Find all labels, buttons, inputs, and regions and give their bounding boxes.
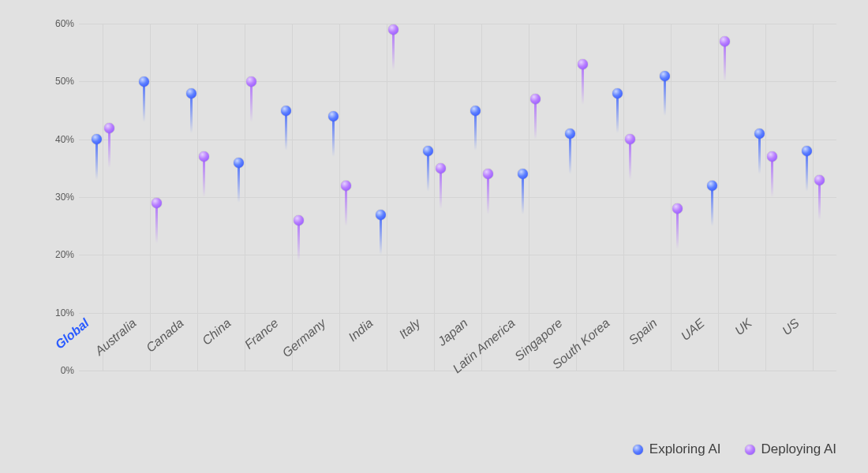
gridline-v xyxy=(197,24,198,371)
gridline-v xyxy=(292,24,293,371)
data-point xyxy=(802,146,812,156)
chart-container: 0%10%20%30%40%50%60%GlobalAustraliaCanad… xyxy=(0,0,868,473)
data-point xyxy=(625,134,635,144)
data-stem xyxy=(676,209,679,249)
data-point xyxy=(104,123,114,133)
data-point xyxy=(578,59,588,69)
data-stem xyxy=(629,140,631,180)
data-point xyxy=(767,151,777,162)
data-stem xyxy=(522,174,524,214)
data-point xyxy=(518,169,528,179)
data-stem xyxy=(616,93,619,133)
legend: Exploring AIDeploying AI xyxy=(0,441,836,457)
y-tick-label: 60% xyxy=(55,18,79,29)
data-stem xyxy=(238,162,240,203)
y-tick-label: 30% xyxy=(55,192,79,203)
data-point xyxy=(246,76,256,87)
data-point xyxy=(186,88,196,99)
data-stem xyxy=(711,185,713,225)
data-stem xyxy=(332,116,335,156)
gridline-v xyxy=(623,24,624,371)
data-stem xyxy=(427,151,429,191)
gridline-h xyxy=(79,24,836,24)
data-point xyxy=(470,106,481,116)
data-stem xyxy=(758,133,761,173)
data-point xyxy=(376,210,386,220)
gridline-h xyxy=(79,140,836,140)
y-tick-label: 50% xyxy=(55,76,79,87)
data-stem xyxy=(487,174,489,214)
data-point xyxy=(483,169,493,179)
gridline-v xyxy=(387,24,387,371)
y-tick-label: 20% xyxy=(55,249,79,260)
data-point xyxy=(234,158,244,168)
data-stem xyxy=(95,140,98,180)
plot-area: 0%10%20%30%40%50%60%GlobalAustraliaCanad… xyxy=(79,24,836,371)
data-stem xyxy=(297,220,300,260)
data-point xyxy=(139,76,149,87)
gridline-v xyxy=(339,24,340,371)
data-stem xyxy=(190,93,193,133)
data-point xyxy=(672,203,683,214)
gridline-v xyxy=(103,24,103,371)
data-stem xyxy=(285,110,287,151)
legend-label: Deploying AI xyxy=(761,441,836,457)
data-point xyxy=(328,111,339,121)
data-stem xyxy=(380,214,382,255)
gridline-v xyxy=(529,24,529,371)
data-point xyxy=(199,151,209,162)
gridline-v xyxy=(718,24,719,371)
data-point xyxy=(92,134,102,144)
data-stem xyxy=(582,64,584,104)
data-point xyxy=(281,106,291,116)
gridline-v xyxy=(765,24,766,371)
legend-item: Exploring AI xyxy=(633,441,721,457)
gridline-v xyxy=(671,24,672,371)
data-point xyxy=(754,128,765,139)
data-stem xyxy=(534,99,537,139)
y-tick-label: 40% xyxy=(55,134,79,145)
data-point xyxy=(565,128,575,139)
data-point xyxy=(152,198,162,208)
gridline-h xyxy=(79,313,836,314)
data-stem xyxy=(392,29,395,69)
gridline-v xyxy=(150,24,151,371)
x-tick-label: Global xyxy=(10,316,92,388)
data-stem xyxy=(771,157,773,197)
gridline-h xyxy=(79,255,836,255)
data-point xyxy=(814,175,825,185)
data-point xyxy=(530,94,541,104)
gridline-h xyxy=(79,81,836,82)
gridline-v xyxy=(481,24,482,371)
data-stem xyxy=(143,81,145,121)
data-stem xyxy=(474,110,477,151)
data-point xyxy=(612,88,623,99)
data-stem xyxy=(569,133,571,173)
legend-swatch xyxy=(745,445,755,455)
gridline-v xyxy=(576,24,577,371)
data-stem xyxy=(806,151,808,191)
data-stem xyxy=(108,128,110,168)
data-stem xyxy=(203,157,205,197)
gridline-v xyxy=(245,24,245,371)
gridline-h xyxy=(79,197,836,198)
data-point xyxy=(388,24,398,35)
data-stem xyxy=(250,81,253,121)
data-point xyxy=(707,181,717,191)
legend-item: Deploying AI xyxy=(745,441,836,457)
y-tick-label: 10% xyxy=(55,307,79,318)
data-stem xyxy=(818,180,821,220)
data-point xyxy=(341,181,351,191)
legend-label: Exploring AI xyxy=(649,441,721,457)
data-stem xyxy=(155,203,158,243)
legend-swatch xyxy=(633,445,643,455)
data-point xyxy=(423,146,433,156)
data-stem xyxy=(440,168,442,208)
data-point xyxy=(660,71,670,81)
data-point xyxy=(436,163,446,173)
data-stem xyxy=(345,185,347,225)
data-stem xyxy=(724,41,726,81)
data-point xyxy=(720,36,730,47)
data-stem xyxy=(664,76,666,116)
data-point xyxy=(294,215,304,225)
